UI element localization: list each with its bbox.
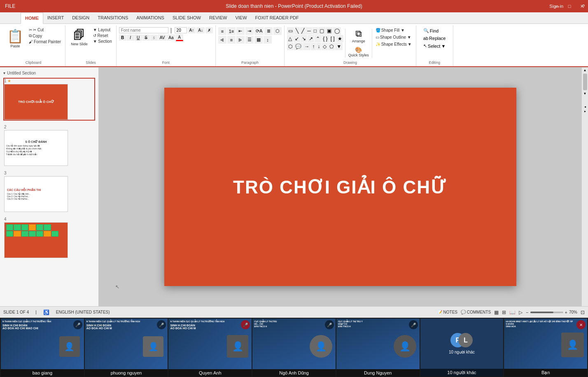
shape-arrow2[interactable]: ↘ — [301, 35, 307, 42]
normal-view-btn[interactable]: ▦ — [494, 310, 499, 315]
zoom-in-icon[interactable]: + — [565, 310, 567, 315]
tab-slideshow[interactable]: SLIDE SHOW — [168, 12, 205, 23]
shadow-button[interactable]: s — [150, 35, 158, 41]
convert-smartart-btn[interactable]: ⬡ — [273, 27, 282, 35]
shape-callout[interactable]: 💬 — [294, 43, 303, 50]
slide-canvas[interactable]: TRÒ CHƠI GIẢI Ô CHỮ — [164, 88, 516, 286]
section-collapse-btn[interactable]: ▾ — [3, 71, 5, 75]
shape-outline-btn[interactable]: ▭ Shape Outline ▼ — [374, 34, 413, 40]
increase-indent-btn[interactable]: ⇥ — [245, 27, 254, 35]
find-button[interactable]: 🔍 Find — [422, 27, 440, 34]
reset-button[interactable]: ↺ Reset — [91, 33, 114, 38]
tab-design[interactable]: DESIGN — [68, 12, 93, 23]
font-color-button[interactable]: A — [176, 34, 183, 41]
line-spacing-btn[interactable]: ↕ — [264, 36, 272, 44]
tab-view[interactable]: VIEW — [231, 12, 251, 23]
shape-star[interactable]: ★ — [336, 35, 343, 42]
align-right-btn[interactable]: ⫸ — [236, 36, 245, 44]
shape-bracket[interactable]: [ ] — [329, 35, 336, 42]
fit-window-btn[interactable]: ⊡ — [581, 310, 585, 315]
align-left-btn[interactable]: ⫷ — [218, 36, 226, 44]
font-name-input[interactable] — [119, 27, 168, 33]
close-btn[interactable]: ✕ — [576, 0, 588, 12]
reading-view-btn[interactable]: 📖 — [509, 310, 516, 315]
underline-button[interactable]: U — [135, 35, 142, 41]
scroll-down-btn[interactable]: ▼ — [583, 91, 588, 96]
align-text-btn[interactable]: ≣ — [264, 27, 273, 35]
shape-arrow1[interactable]: ↙ — [294, 35, 300, 42]
shape-rect2[interactable]: □ — [313, 27, 318, 35]
paste-button[interactable]: 📋 Paste — [4, 27, 26, 49]
right-scrollbar[interactable]: ▲ ▼ ◂ ▸ — [581, 67, 588, 306]
text-direction-btn[interactable]: ⟳A — [254, 27, 264, 35]
shape-circle[interactable]: ◯ — [333, 27, 341, 35]
font-size-input[interactable] — [175, 27, 187, 33]
zoom-slider[interactable]: − + 70% — [526, 310, 577, 315]
shape-hex1[interactable]: ⬡ — [287, 43, 294, 50]
shape-dropdown[interactable]: ▼ — [335, 43, 343, 50]
shape-arrow3[interactable]: ↗ — [308, 35, 314, 42]
shape-pentagon[interactable]: ⬠ — [328, 43, 335, 50]
strikethrough-button[interactable]: S — [142, 35, 150, 41]
font-size-decrease-btn[interactable]: A↓ — [196, 27, 205, 33]
clear-formatting-btn[interactable]: ✗ — [205, 27, 213, 33]
quick-styles-button[interactable]: 🎨 Quick Styles — [347, 45, 370, 58]
bold-button[interactable]: B — [119, 35, 126, 41]
tab-insert[interactable]: INSERT — [43, 12, 68, 23]
shape-rect[interactable]: ▭ — [287, 27, 294, 35]
char-spacing-button[interactable]: AV — [158, 35, 167, 41]
tab-foxit[interactable]: FOXIT READER PDF — [251, 12, 303, 23]
shape-line3[interactable]: ─ — [306, 27, 312, 35]
copy-button[interactable]: ⧉ Copy — [27, 33, 63, 39]
scroll-thumb[interactable] — [583, 74, 587, 90]
tab-review[interactable]: REVIEW — [205, 12, 231, 23]
replace-button[interactable]: ab Replace — [422, 35, 448, 42]
slide-thumb-1[interactable]: 1 ★ TRÒ CHƠI GIẢI Ô CHỮ — [3, 78, 95, 121]
format-painter-button[interactable]: 🖌 Format Painter — [27, 39, 63, 44]
file-menu-btn[interactable]: FILE — [0, 0, 20, 12]
maximize-btn[interactable]: □ — [563, 0, 576, 12]
shape-fill-btn[interactable]: 🪣 Shape Fill ▼ — [374, 27, 413, 33]
select-button[interactable]: ↖ Select ▼ — [422, 42, 447, 49]
font-size-increase-btn[interactable]: A↑ — [188, 27, 196, 33]
shape-triangle[interactable]: △ — [287, 35, 293, 42]
shape-round-rect[interactable]: ▣ — [326, 27, 333, 35]
shape-diamond[interactable]: ◇ — [322, 43, 328, 50]
slide-thumb-2[interactable]: 2 S Ô CHỮ ĐÁNH Câu hỏi liên quan tháng n… — [3, 124, 95, 167]
justify-btn[interactable]: ☰ — [245, 36, 254, 44]
slide-thumb-3[interactable]: 3 CÁC CÂU HỎI PHẦN THI Câu 1: Câu hỏi đầ… — [3, 170, 95, 213]
shape-up-arrow[interactable]: ↑ — [311, 43, 316, 50]
zoom-out-icon[interactable]: − — [526, 310, 528, 315]
slideshow-btn[interactable]: ▷ — [519, 310, 523, 315]
shape-brace[interactable]: { } — [322, 35, 329, 42]
section-button[interactable]: ▼ Section — [91, 39, 114, 44]
italic-button[interactable]: I — [127, 35, 134, 41]
col-btn[interactable]: ▦ — [254, 36, 263, 44]
comments-btn[interactable]: 💬 COMMENTS — [461, 310, 491, 314]
cut-button[interactable]: ✂ ✂ Cut — [27, 27, 63, 33]
decrease-indent-btn[interactable]: ⇤ — [236, 27, 245, 35]
notes-btn[interactable]: 📝 NOTES — [437, 310, 457, 314]
shape-line1[interactable]: ╲ — [294, 27, 300, 35]
align-center-btn[interactable]: ≡ — [227, 36, 236, 44]
slide-thumb-4[interactable]: 4 — [3, 216, 95, 259]
layout-button[interactable]: ▼ Layout — [91, 27, 114, 33]
case-button[interactable]: Aa — [167, 35, 175, 41]
tab-home[interactable]: HOME — [21, 12, 43, 24]
minimize-btn[interactable]: — — [551, 0, 563, 12]
shape-right-arrow[interactable]: → — [303, 43, 310, 50]
shape-chevron[interactable]: ⌃ — [315, 35, 321, 42]
shape-line2[interactable]: ╱ — [300, 27, 306, 35]
scroll-next-area-btn[interactable]: ◂ — [584, 105, 586, 109]
new-slide-button[interactable]: 🗐 New Slide — [68, 27, 91, 47]
shape-rect3[interactable]: ▢ — [318, 27, 325, 35]
slide-sorter-btn[interactable]: ⊞ — [502, 310, 506, 315]
shape-effects-btn[interactable]: ✨ Shape Effects ▼ — [374, 41, 413, 47]
tab-transitions[interactable]: TRANSITIONS — [93, 12, 132, 23]
numbering-button[interactable]: 1≡ — [227, 27, 236, 35]
scroll-up-btn[interactable]: ▲ — [583, 67, 588, 73]
scroll-next-btn[interactable]: ▸ — [584, 109, 586, 114]
bullets-button[interactable]: ≡ — [218, 27, 226, 35]
arrange-button[interactable]: ⧉ Arrange — [347, 27, 370, 44]
tab-animations[interactable]: ANIMATIONS — [132, 12, 168, 23]
